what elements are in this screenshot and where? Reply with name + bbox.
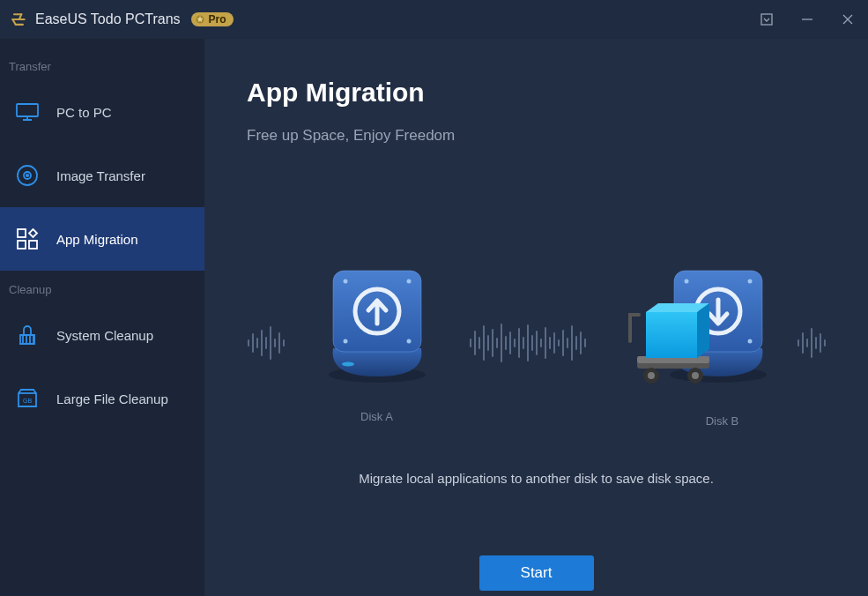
disk-b-block: Disk B xyxy=(621,257,780,428)
minimize-button[interactable] xyxy=(798,10,817,29)
page-description: Migrate local applications to another di… xyxy=(204,471,868,486)
svg-point-17 xyxy=(406,339,411,344)
disk-a-block: Disk A xyxy=(320,262,434,423)
soundwave-middle xyxy=(470,324,586,362)
star-icon xyxy=(195,14,205,25)
app-title: EaseUS Todo PCTrans xyxy=(35,11,181,27)
system-cleanup-icon xyxy=(14,322,41,348)
svg-rect-7 xyxy=(29,241,37,249)
sidebar-item-image-transfer[interactable]: Image Transfer xyxy=(0,144,204,207)
sidebar-item-label: System Cleanup xyxy=(56,328,153,343)
sidebar: Transfer PC to PC Image Transfer xyxy=(0,39,204,596)
sidebar-item-label: PC to PC xyxy=(56,105,112,120)
logo-icon xyxy=(9,10,28,29)
start-button[interactable]: Start xyxy=(479,555,594,591)
main: Transfer PC to PC Image Transfer xyxy=(0,39,868,596)
section-label-transfer: Transfer xyxy=(0,48,204,80)
svg-point-22 xyxy=(684,279,688,284)
svg-point-11 xyxy=(342,362,354,367)
pro-badge-label: Pro xyxy=(209,13,226,26)
soundwave-left xyxy=(248,326,285,360)
dropdown-button[interactable] xyxy=(757,10,776,29)
svg-point-30 xyxy=(648,372,655,379)
illustration: Disk A xyxy=(204,257,868,428)
svg-rect-2 xyxy=(17,104,38,116)
page-title: App Migration xyxy=(247,78,868,108)
svg-rect-6 xyxy=(18,229,26,237)
sidebar-item-system-cleanup[interactable]: System Cleanup xyxy=(0,303,204,367)
svg-rect-8 xyxy=(18,241,26,249)
close-button[interactable] xyxy=(838,10,857,29)
window-controls xyxy=(757,10,857,29)
titlebar: EaseUS Todo PCTrans Pro xyxy=(0,0,868,39)
sidebar-item-label: Image Transfer xyxy=(56,168,145,183)
section-label-cleanup: Cleanup xyxy=(0,271,204,303)
svg-point-16 xyxy=(343,339,347,344)
disk-a-icon xyxy=(320,262,434,385)
svg-point-25 xyxy=(747,339,752,344)
pro-badge: Pro xyxy=(191,12,234,26)
disk-b-label: Disk B xyxy=(706,414,739,428)
sidebar-item-large-file-cleanup[interactable]: GB Large File Cleanup xyxy=(0,367,204,430)
svg-point-32 xyxy=(692,372,699,379)
title-left: EaseUS Todo PCTrans Pro xyxy=(9,10,234,29)
image-transfer-icon xyxy=(14,162,41,189)
content: App Migration Free up Space, Enjoy Freed… xyxy=(204,39,868,596)
app-migration-icon xyxy=(14,226,41,252)
svg-rect-1 xyxy=(761,14,772,25)
svg-rect-33 xyxy=(646,312,697,358)
page-subtitle: Free up Space, Enjoy Freedom xyxy=(247,127,868,145)
svg-point-23 xyxy=(747,279,752,284)
svg-point-5 xyxy=(26,175,28,176)
sidebar-item-app-migration[interactable]: App Migration xyxy=(0,207,204,271)
sidebar-item-label: Large File Cleanup xyxy=(56,391,168,406)
svg-point-14 xyxy=(343,279,347,284)
svg-text:GB: GB xyxy=(23,398,32,404)
large-file-cleanup-icon: GB xyxy=(14,385,41,412)
soundwave-right xyxy=(798,328,826,358)
disk-b-icon xyxy=(621,257,780,390)
sidebar-item-pc-to-pc[interactable]: PC to PC xyxy=(0,80,204,144)
svg-point-15 xyxy=(406,279,411,284)
pc-to-pc-icon xyxy=(14,99,41,125)
sidebar-item-label: App Migration xyxy=(56,232,138,247)
disk-a-label: Disk A xyxy=(360,410,393,423)
